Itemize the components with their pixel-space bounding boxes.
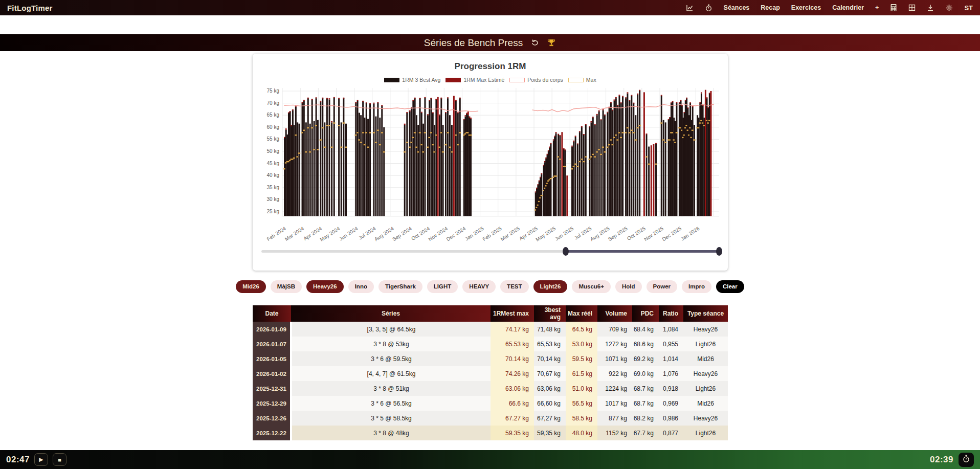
- type-seance-cell: Mid26: [683, 396, 728, 411]
- ratio-cell: 0,918: [659, 381, 683, 396]
- filter-heavy26[interactable]: Heavy26: [306, 280, 344, 293]
- table-header-row: DateSéries1RMest max3best avgMax réélVol…: [253, 305, 728, 322]
- calculator-icon[interactable]: [890, 4, 897, 12]
- svg-text:55 kg: 55 kg: [267, 136, 279, 142]
- col-header-1rmest-max: 1RMest max: [491, 305, 534, 322]
- table-row[interactable]: 2025-12-313 * 8 @ 51kg63.06 kg63,06 kg51…: [253, 381, 728, 396]
- grid-icon[interactable]: [908, 4, 916, 11]
- legend-item-max[interactable]: Max: [568, 77, 596, 83]
- nav-link-plus[interactable]: +: [875, 4, 879, 11]
- undo-icon[interactable]: [530, 39, 539, 47]
- gear-icon[interactable]: [945, 4, 953, 12]
- svg-text:30 kg: 30 kg: [267, 196, 279, 202]
- type-seance-cell: Mid26: [683, 351, 728, 366]
- filter-hold[interactable]: Hold: [615, 280, 642, 293]
- line-chart-icon[interactable]: [686, 4, 694, 12]
- rm-est-max-cell: 67.27 kg: [491, 411, 534, 426]
- stop-button[interactable]: ■: [53, 453, 66, 466]
- table-row[interactable]: 2026-01-02[4, 4, 7] @ 61.5kg74.26 kg70,6…: [253, 366, 728, 381]
- nav-link-exercices[interactable]: Exercices: [791, 4, 821, 11]
- nav-link-s-ances[interactable]: Séances: [724, 4, 750, 11]
- filter-mid26[interactable]: Mid26: [236, 280, 266, 293]
- volume-cell: 922 kg: [597, 366, 632, 381]
- max-reel-cell: 51.0 kg: [566, 381, 597, 396]
- legend-item-poids-du-corps[interactable]: Poids du corps: [509, 77, 563, 83]
- rm-est-max-cell: 70.14 kg: [491, 351, 534, 366]
- download-icon[interactable]: [927, 4, 934, 11]
- table-row[interactable]: 2026-01-09[3, 3, 5] @ 64.5kg74.17 kg71,4…: [253, 322, 728, 337]
- filter-muscu6[interactable]: Muscu6+: [572, 280, 611, 293]
- table-row[interactable]: 2025-12-293 * 6 @ 56.5kg66.6 kg66,60 kg5…: [253, 396, 728, 411]
- svg-text:50 kg: 50 kg: [267, 148, 279, 154]
- svg-text:Jun 2024: Jun 2024: [338, 226, 359, 242]
- pdc-cell: 68.7 kg: [632, 381, 659, 396]
- max-reel-cell: 59.5 kg: [566, 351, 597, 366]
- svg-text:Mar 2024: Mar 2024: [284, 226, 305, 242]
- pdc-cell: 68.2 kg: [632, 411, 659, 426]
- stopwatch-icon[interactable]: [705, 4, 712, 12]
- nav-menu: SéancesRecapExercicesCalendrier+ST: [686, 4, 973, 12]
- series-cell: 3 * 8 @ 48kg: [291, 426, 491, 440]
- filter-inno[interactable]: Inno: [348, 280, 374, 293]
- slider-handle-left[interactable]: [563, 247, 569, 256]
- max-reel-cell: 58.5 kg: [566, 411, 597, 426]
- col-header-s-ries: Séries: [291, 305, 491, 322]
- type-seance-cell: Light26: [683, 337, 728, 351]
- filter-light[interactable]: LIGHT: [427, 280, 458, 293]
- filter-impro[interactable]: Impro: [682, 280, 711, 293]
- filter-tigershark[interactable]: TigerShark: [378, 280, 422, 293]
- filter-light26[interactable]: Light26: [533, 280, 568, 293]
- svg-text:Nov 2024: Nov 2024: [427, 226, 449, 242]
- date-cell: 2026-01-05: [253, 351, 291, 366]
- legend-item-1rm-3-best-avg[interactable]: 1RM 3 Best Avg: [384, 77, 440, 83]
- table-row[interactable]: 2025-12-223 * 8 @ 48kg59.35 kg59,35 kg48…: [253, 426, 728, 440]
- svg-text:Sep 2024: Sep 2024: [391, 226, 413, 242]
- date-cell: 2026-01-02: [253, 366, 291, 381]
- svg-text:Feb 2025: Feb 2025: [481, 226, 503, 242]
- nav-link-recap[interactable]: Recap: [761, 4, 780, 11]
- max-reel-cell: 53.0 kg: [566, 337, 597, 351]
- table-row[interactable]: 2026-01-073 * 8 @ 53kg65.53 kg65,53 kg53…: [253, 337, 728, 351]
- series-cell: 3 * 6 @ 56.5kg: [291, 396, 491, 411]
- filter-power[interactable]: Power: [647, 280, 678, 293]
- col-header-volume: Volume: [597, 305, 632, 322]
- trophy-icon[interactable]: [547, 38, 556, 48]
- legend-item-1rm-max-estim[interactable]: 1RM Max Estimé: [446, 77, 504, 83]
- date-cell: 2025-12-29: [253, 396, 291, 411]
- chart-card: Progression 1RM 1RM 3 Best Avg1RM Max Es…: [253, 54, 728, 271]
- svg-text:May 2024: May 2024: [319, 226, 341, 242]
- table-row[interactable]: 2026-01-053 * 6 @ 59.5kg70.14 kg70,14 kg…: [253, 351, 728, 366]
- filter-m-jsb[interactable]: MàjSB: [271, 280, 302, 293]
- best3-avg-cell: 71,48 kg: [534, 322, 566, 337]
- svg-text:Nov 2025: Nov 2025: [643, 226, 664, 242]
- range-slider[interactable]: [261, 246, 719, 256]
- slider-handle-right[interactable]: [716, 247, 722, 256]
- slider-selected-range[interactable]: [566, 250, 719, 253]
- type-seance-cell: Heavy26: [683, 322, 728, 337]
- svg-text:Feb 2024: Feb 2024: [266, 226, 287, 242]
- ratio-cell: 0,955: [659, 337, 683, 351]
- filter-clear[interactable]: Clear: [716, 280, 744, 293]
- pdc-cell: 68.6 kg: [632, 337, 659, 351]
- filter-heavy[interactable]: HEAVY: [462, 280, 496, 293]
- series-cell: 3 * 8 @ 51kg: [291, 381, 491, 396]
- svg-text:Jan 2026: Jan 2026: [680, 226, 701, 242]
- brand-logo[interactable]: FitLogTimer: [7, 4, 53, 12]
- play-button[interactable]: ▶: [34, 453, 48, 466]
- svg-text:Aug 2024: Aug 2024: [373, 226, 395, 242]
- countdown-time: 02:39: [930, 455, 953, 465]
- series-cell: [4, 4, 7] @ 61.5kg: [291, 366, 491, 381]
- max-reel-cell: 64.5 kg: [566, 322, 597, 337]
- nav-link-calendrier[interactable]: Calendrier: [832, 4, 864, 11]
- pdc-cell: 67.7 kg: [632, 426, 659, 440]
- timer-button[interactable]: [959, 453, 974, 467]
- date-cell: 2026-01-09: [253, 322, 291, 337]
- best3-avg-cell: 70,67 kg: [534, 366, 566, 381]
- volume-cell: 709 kg: [597, 322, 632, 337]
- legend-label: Poids du corps: [527, 77, 563, 83]
- user-initials-badge[interactable]: ST: [964, 4, 973, 12]
- filter-test[interactable]: TEST: [500, 280, 528, 293]
- rm-est-max-cell: 63.06 kg: [491, 381, 534, 396]
- chart-legend: 1RM 3 Best Avg1RM Max EstiméPoids du cor…: [253, 77, 728, 83]
- table-row[interactable]: 2025-12-263 * 5 @ 58.5kg67.27 kg67,27 kg…: [253, 411, 728, 426]
